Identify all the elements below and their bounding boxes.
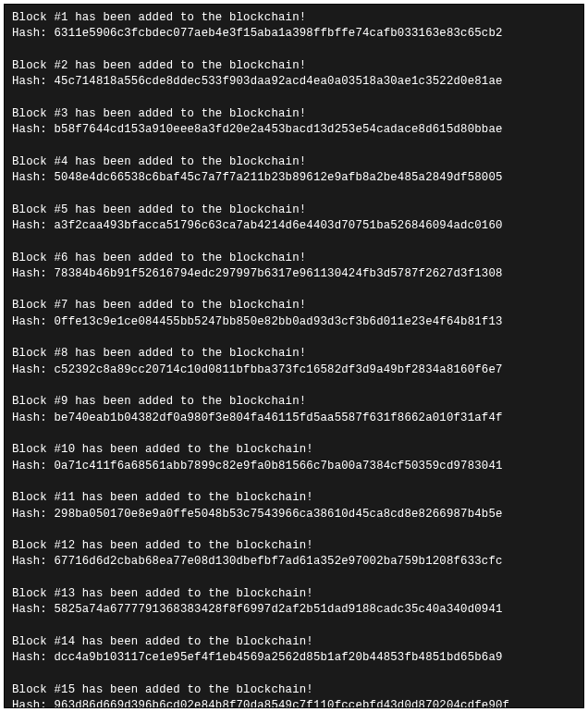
block-hash-line: Hash: 45c714818a556cde8ddec533f903daa92a…	[12, 74, 576, 90]
block-entry: Block #10 has been added to the blockcha…	[12, 442, 576, 474]
block-entry: Block #8 has been added to the blockchai…	[12, 346, 576, 378]
block-hash-line: Hash: dcc4a9b103117ce1e95ef4f1eb4569a256…	[12, 650, 576, 666]
block-added-line: Block #13 has been added to the blockcha…	[12, 586, 576, 602]
terminal-output: Block #1 has been added to the blockchai…	[4, 4, 584, 708]
block-hash-line: Hash: 298ba050170e8e9a0ffe5048b53c754396…	[12, 507, 576, 522]
block-added-line: Block #9 has been added to the blockchai…	[12, 394, 576, 410]
block-added-line: Block #6 has been added to the blockchai…	[12, 251, 576, 266]
block-hash-line: Hash: c52392c8a89cc20714c10d0811bfbba373…	[12, 362, 576, 378]
block-hash-line: Hash: 78384b46b91f52616794edc297997b6317…	[12, 266, 576, 282]
block-hash-line: Hash: 67716d6d2cbab68ea77e08d130dbefbf7a…	[12, 554, 576, 570]
block-entry: Block #9 has been added to the blockchai…	[12, 394, 576, 426]
block-entry: Block #15 has been added to the blockcha…	[12, 682, 576, 708]
block-added-line: Block #7 has been added to the blockchai…	[12, 298, 576, 313]
block-added-line: Block #12 has been added to the blockcha…	[12, 538, 576, 554]
block-entry: Block #4 has been added to the blockchai…	[12, 154, 576, 187]
block-added-line: Block #2 has been added to the blockchai…	[12, 58, 576, 74]
block-entry: Block #11 has been added to the blockcha…	[12, 490, 576, 522]
block-entry: Block #3 has been added to the blockchai…	[12, 106, 576, 139]
block-entry: Block #13 has been added to the blockcha…	[12, 586, 576, 619]
block-entry: Block #5 has been added to the blockchai…	[12, 203, 576, 235]
block-hash-line: Hash: 0a71c411f6a68561abb7899c82e9fa0b81…	[12, 459, 576, 474]
block-entry: Block #7 has been added to the blockchai…	[12, 298, 576, 330]
block-hash-line: Hash: 6311e5906c3fcbdec077aeb4e3f15aba1a…	[12, 26, 576, 42]
block-hash-line: Hash: 5825a74a6777791368383428f8f6997d2a…	[12, 602, 576, 618]
block-added-line: Block #1 has been added to the blockchai…	[12, 10, 576, 26]
block-entry: Block #2 has been added to the blockchai…	[12, 58, 576, 91]
block-added-line: Block #3 has been added to the blockchai…	[12, 106, 576, 122]
block-entry: Block #12 has been added to the blockcha…	[12, 538, 576, 571]
block-added-line: Block #15 has been added to the blockcha…	[12, 682, 576, 698]
block-added-line: Block #14 has been added to the blockcha…	[12, 634, 576, 650]
block-entry: Block #14 has been added to the blockcha…	[12, 634, 576, 667]
block-added-line: Block #4 has been added to the blockchai…	[12, 154, 576, 170]
block-added-line: Block #10 has been added to the blockcha…	[12, 442, 576, 458]
block-added-line: Block #8 has been added to the blockchai…	[12, 346, 576, 362]
block-hash-line: Hash: 5048e4dc66538c6baf45c7a7f7a211b23b…	[12, 170, 576, 186]
block-added-line: Block #11 has been added to the blockcha…	[12, 490, 576, 506]
block-hash-line: Hash: 963d86d669d396b6cd02e84b8f70da8549…	[12, 698, 576, 708]
block-hash-line: Hash: be740eab1b04382df0a980f3e804fa4611…	[12, 411, 576, 426]
block-hash-line: Hash: 0ffe13c9e1ce084455bb5247bb850e82bb…	[12, 314, 576, 330]
block-hash-line: Hash: a3f2caa493bfacca51796c63ca7ab4214d…	[12, 218, 576, 234]
block-added-line: Block #5 has been added to the blockchai…	[12, 203, 576, 218]
block-entry: Block #1 has been added to the blockchai…	[12, 10, 576, 43]
block-hash-line: Hash: b58f7644cd153a910eee8a3fd20e2a453b…	[12, 122, 576, 138]
block-entry: Block #6 has been added to the blockchai…	[12, 251, 576, 283]
